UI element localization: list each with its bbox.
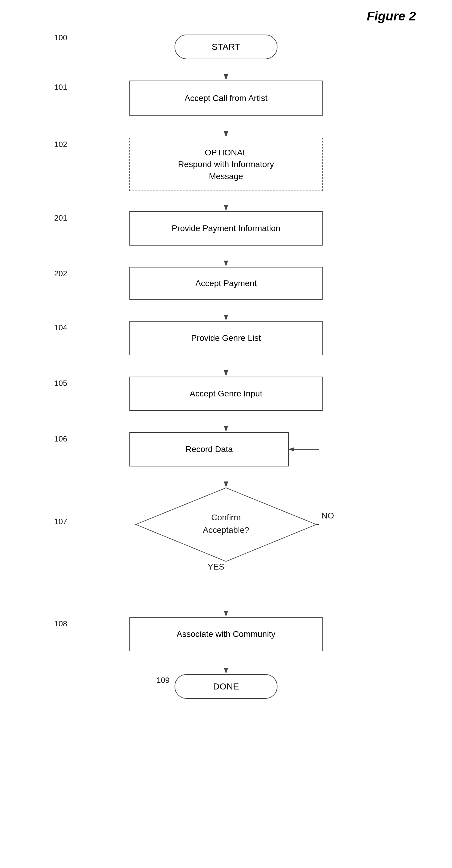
ref-201: 201 (54, 213, 67, 223)
ref-105: 105 (54, 379, 67, 388)
ref-101: 101 (54, 83, 67, 92)
ref-106: 106 (54, 434, 67, 444)
figure-title: Figure 2 (367, 9, 416, 24)
node-start: START (174, 35, 278, 59)
node-106: Record Data (130, 432, 289, 466)
ref-109: 109 (157, 676, 169, 685)
svg-text:Confirm: Confirm (211, 513, 241, 522)
ref-100: 100 (54, 33, 67, 42)
svg-text:Acceptable?: Acceptable? (203, 525, 249, 535)
node-108: Associate with Community (130, 617, 322, 651)
node-done: DONE (174, 674, 278, 699)
ref-202: 202 (54, 269, 67, 278)
ref-102: 102 (54, 140, 67, 149)
node-202: Accept Payment (130, 267, 322, 300)
ref-108: 108 (54, 619, 67, 628)
ref-107: 107 (54, 517, 67, 526)
yes-label: YES (208, 562, 225, 572)
node-102: OPTIONAL Respond with Informatory Messag… (130, 138, 322, 191)
ref-104: 104 (54, 323, 67, 333)
node-101: Accept Call from Artist (130, 81, 322, 116)
diamond-svg: Confirm Acceptable? (136, 488, 316, 561)
node-104: Provide Genre List (130, 321, 322, 355)
node-105: Accept Genre Input (130, 377, 322, 411)
node-201: Provide Payment Information (130, 211, 322, 246)
svg-marker-15 (136, 488, 316, 561)
no-label: NO (321, 511, 334, 521)
